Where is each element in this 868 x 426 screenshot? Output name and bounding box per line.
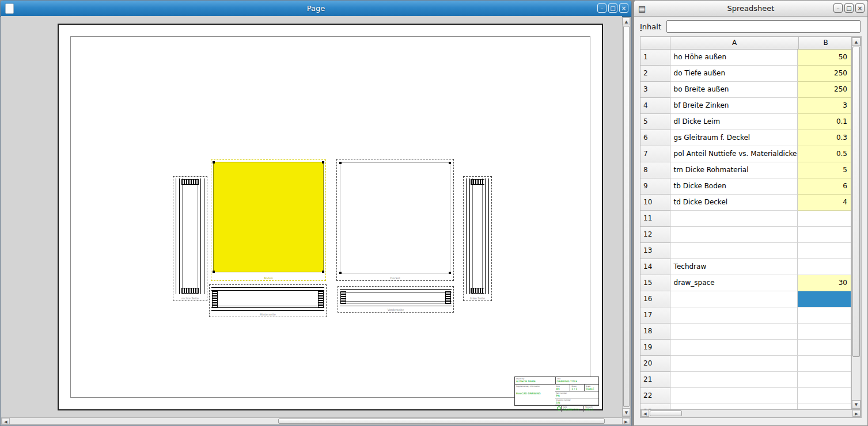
scroll-up-icon[interactable]: ▲ [852,37,861,46]
close-button[interactable]: × [855,3,865,13]
row-header[interactable]: 23 [640,404,670,409]
cell-b[interactable]: 4 [798,195,851,211]
cell-b[interactable]: 5 [798,162,851,178]
cell-a[interactable] [670,291,798,307]
drawing-sheet[interactable]: rechte Seite Boden Deckel [58,24,603,410]
maximize-button[interactable]: □ [844,3,854,13]
square-part[interactable] [340,162,450,273]
row-header[interactable]: 9 [640,178,670,195]
row-header[interactable]: 21 [640,372,670,388]
minimize-button[interactable]: – [833,3,843,13]
view-hinterseite[interactable]: Hinterseite [209,284,327,317]
page-vertical-scrollbar[interactable]: ▲ ▼ [622,17,631,417]
close-button[interactable]: × [619,3,628,13]
cell-a[interactable]: dl Dicke Leim [670,114,798,130]
corner-header-cell[interactable] [640,37,670,50]
view-rechte-seite[interactable]: rechte Seite [173,176,207,301]
page-horizontal-scrollbar[interactable]: ◀ ▶ [1,417,631,425]
cell-a[interactable] [670,388,798,404]
scrollbar-thumb[interactable] [278,419,605,424]
cell-b[interactable]: 50 [798,50,851,66]
scroll-up-icon[interactable]: ▲ [623,17,630,25]
maximize-button[interactable]: □ [608,3,617,13]
cell-b[interactable] [798,291,851,307]
cell-a[interactable] [670,227,798,243]
row-header[interactable]: 7 [640,146,670,162]
cell-b[interactable]: 250 [798,66,851,82]
scrollbar-thumb[interactable] [650,410,682,416]
scroll-down-icon[interactable]: ▼ [852,400,861,409]
cell-a[interactable]: bo Breite außen [670,82,798,98]
cell-b[interactable]: 30 [798,275,851,291]
page-window-titlebar[interactable]: Page – □ × [1,1,631,17]
column-header-a[interactable]: A [670,37,799,50]
cell-a[interactable] [670,340,798,356]
cell-a[interactable]: draw_space [670,275,798,291]
row-header[interactable]: 15 [640,275,670,291]
scrollbar-thumb[interactable] [852,47,860,357]
cell-a[interactable]: td Dicke Deckel [670,195,798,211]
cell-b[interactable]: 0.1 [798,114,851,130]
cell-a[interactable] [670,356,798,372]
row-header[interactable]: 5 [640,114,670,130]
scroll-left-icon[interactable]: ◀ [2,418,10,424]
cell-a[interactable] [670,372,798,388]
row-header[interactable]: 16 [640,291,670,307]
row-header[interactable]: 1 [640,50,670,66]
row-header[interactable]: 3 [640,82,670,98]
row-header[interactable]: 13 [640,243,670,259]
cell-a[interactable] [670,211,798,227]
row-header[interactable]: 19 [640,340,670,356]
table-vertical-scrollbar[interactable]: ▲ ▼ [851,37,861,409]
selected-square-part[interactable] [213,162,324,272]
cell-b[interactable] [798,356,851,372]
minimize-button[interactable]: – [597,3,607,13]
cell-b[interactable]: 250 [798,82,851,98]
cell-a[interactable]: gs Gleitraum f. Deckel [670,130,798,146]
cell-b[interactable] [798,243,851,259]
cell-a[interactable]: tb Dicke Boden [670,178,798,195]
cell-a[interactable] [670,404,798,409]
cell-a[interactable]: tm Dicke Rohmaterial [670,162,798,178]
cell-b[interactable]: 3 [798,98,851,114]
cell-b[interactable] [798,227,851,243]
column-header-b[interactable]: B [799,37,853,50]
row-header[interactable]: 6 [640,130,670,146]
scroll-left-icon[interactable]: ◀ [641,410,649,417]
cell-b[interactable] [798,388,851,404]
row-header[interactable]: 12 [640,227,670,243]
cell-a[interactable]: pol Anteil Nuttiefe vs. Materialdicke [670,146,798,162]
row-header[interactable]: 11 [640,211,670,227]
row-header[interactable]: 17 [640,307,670,324]
cell-a[interactable]: ho Höhe außen [670,50,798,66]
row-header[interactable]: 22 [640,388,670,404]
cell-a[interactable] [670,324,798,340]
cell-b[interactable]: 0.5 [798,146,851,162]
cell-b[interactable] [798,259,851,275]
cell-b[interactable]: 6 [798,178,851,195]
cell-a[interactable]: Techdraw [670,259,798,275]
table-horizontal-scrollbar[interactable]: ◀ ▶ [640,409,861,417]
row-header[interactable]: 2 [640,66,670,82]
cell-a[interactable]: bf Breite Zinken [670,98,798,114]
scroll-right-icon[interactable]: ▶ [622,418,630,424]
row-header[interactable]: 4 [640,98,670,114]
view-boden[interactable]: Boden [211,159,326,281]
cell-a[interactable] [670,307,798,324]
spreadsheet-window-titlebar[interactable]: ▤ Spreadsheet – □ × [634,1,867,17]
row-header[interactable]: 20 [640,356,670,372]
view-deckel[interactable]: Deckel [336,159,454,281]
scroll-down-icon[interactable]: ▼ [623,408,630,416]
content-input[interactable] [666,20,861,33]
cell-a[interactable] [670,243,798,259]
scrollbar-thumb[interactable] [623,26,630,407]
row-header[interactable]: 8 [640,162,670,178]
cell-b[interactable] [798,307,851,324]
row-header[interactable]: 10 [640,195,670,211]
cell-b[interactable] [798,340,851,356]
scroll-right-icon[interactable]: ▶ [852,410,861,417]
cell-b[interactable] [798,211,851,227]
row-header[interactable]: 14 [640,259,670,275]
cell-b[interactable] [798,404,851,409]
row-header[interactable]: 18 [640,324,670,340]
